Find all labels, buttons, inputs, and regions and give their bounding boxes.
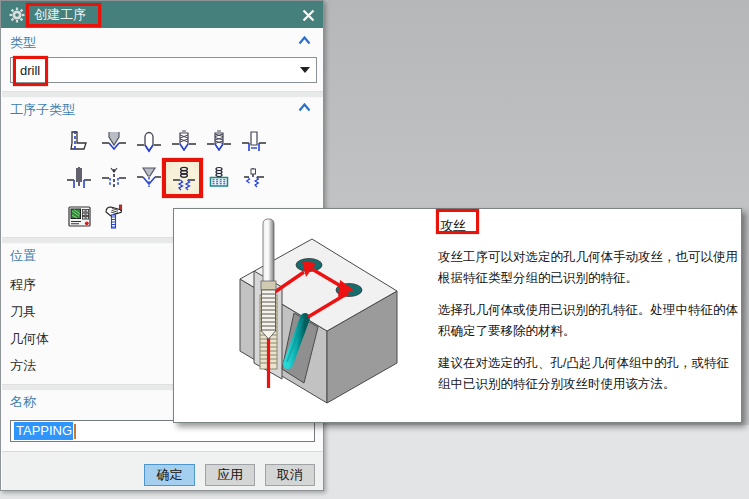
location-row-tool: 刀具 [10, 303, 36, 321]
peck-drilling-icon[interactable] [166, 125, 201, 160]
ok-button[interactable]: 确定 [144, 464, 195, 486]
machine-control-icon[interactable] [61, 198, 96, 233]
sequential-drilling-icon[interactable] [201, 161, 236, 196]
cancel-button[interactable]: 取消 [265, 464, 315, 486]
location-row-method: 方法 [10, 357, 36, 375]
annotation-box-tapping-icon [162, 158, 203, 198]
chip-break-drilling-icon[interactable] [201, 125, 236, 160]
tooltip-paragraph-2: 选择孔几何体或使用已识别的孔特征。处理中特征的体积确定了要移除的材料。 [438, 300, 740, 342]
subtype-icon-row-3 [61, 198, 131, 233]
back-counterboring-icon[interactable] [236, 161, 271, 196]
name-section-header[interactable]: 名称 [10, 393, 36, 411]
annotation-box-title [26, 3, 101, 27]
collapse-chevron-icon[interactable] [298, 36, 311, 45]
location-row-program: 程序 [10, 276, 36, 294]
tapping-illustration [182, 211, 437, 421]
tooltip-title: 攻丝 [440, 217, 740, 235]
close-button[interactable] [299, 6, 317, 24]
dialog-footer: 确定 应用 取消 [2, 451, 323, 490]
name-input[interactable]: TAPPING [10, 420, 315, 442]
dropdown-arrow-icon [300, 67, 310, 73]
spot-facing-icon[interactable] [61, 125, 96, 160]
hole-making-hand-icon[interactable] [96, 198, 131, 233]
tooltip-paragraph-3: 建议在对选定的孔、孔/凸起几何体组中的孔，或特征组中已识别的特征分别攻丝时使用该… [438, 353, 740, 395]
tapping-tooltip: 攻丝 攻丝工序可以对选定的孔几何体手动攻丝，也可以使用根据特征类型分组的已识别的… [173, 208, 742, 423]
annotation-box-drill [13, 56, 48, 86]
drilling-icon[interactable] [131, 125, 166, 160]
subtype-icon-row-1 [61, 125, 271, 160]
location-section-header[interactable]: 位置 [10, 247, 36, 265]
reaming-icon[interactable] [96, 161, 131, 196]
location-row-geometry: 几何体 [10, 330, 49, 348]
countersinking-icon[interactable] [131, 161, 166, 196]
type-dropdown[interactable]: drill [10, 57, 317, 83]
tooltip-text: 攻丝 攻丝工序可以对选定的孔几何体手动攻丝，也可以使用根据特征类型分组的已识别的… [438, 215, 740, 406]
type-section-header[interactable]: 类型 [10, 34, 36, 52]
close-icon [302, 9, 315, 22]
name-input-selected-text: TAPPING [14, 422, 73, 440]
subtype-section-header[interactable]: 工序子类型 [10, 101, 75, 119]
spot-drilling-icon[interactable] [96, 125, 131, 160]
gear-icon [9, 7, 25, 23]
tooltip-paragraph-1: 攻丝工序可以对选定的孔几何体手动攻丝，也可以使用根据特征类型分组的已识别的特征。 [438, 247, 740, 289]
section-separator [2, 91, 323, 98]
annotation-box-tooltip-title [436, 209, 479, 234]
screen: 创建工序 类型 drill 工序子类型 [0, 0, 749, 499]
collapse-chevron-icon[interactable] [298, 103, 311, 112]
text-caret [74, 424, 76, 439]
boring-icon[interactable] [61, 161, 96, 196]
apply-button[interactable]: 应用 [205, 464, 255, 486]
counterboring-icon[interactable] [236, 125, 271, 160]
